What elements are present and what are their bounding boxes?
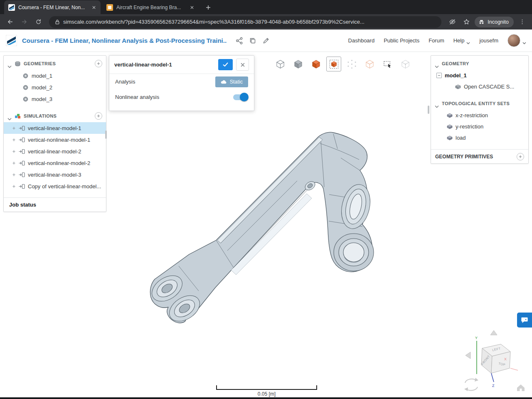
selection-box-cube-button[interactable] (326, 57, 341, 71)
x-axis-label: X (504, 357, 507, 361)
topo-set-item[interactable]: x-z-restriction (431, 110, 528, 121)
simulations-icon (15, 113, 21, 119)
username[interactable]: jousefm (479, 37, 498, 44)
view-cube-outline-button[interactable] (273, 57, 288, 71)
chevron-down-icon[interactable] (435, 62, 439, 65)
add-simulation-button[interactable] (95, 112, 102, 120)
topological-sets-header[interactable]: TOPOLOGICAL ENTITY SETS (431, 97, 528, 110)
home-view-button[interactable] (517, 384, 525, 391)
window-edge (0, 397, 532, 399)
z-axis (491, 373, 494, 382)
wireframe-cube-button[interactable] (362, 57, 377, 71)
orbit-rotate-arrows[interactable] (464, 378, 478, 391)
box-select-button[interactable] (380, 57, 395, 71)
nav-forum[interactable]: Forum (429, 37, 444, 44)
edit-pencil-icon[interactable] (262, 37, 270, 44)
add-primitive-button[interactable] (517, 153, 524, 160)
entity-set-icon (447, 124, 453, 129)
tab-aircraft[interactable]: Aircraft Engine Bearing Bra... (102, 0, 199, 14)
simscale-logo (6, 35, 17, 46)
geometry-section-header[interactable]: GEOMETRY (431, 57, 528, 70)
scale-bar-label: 0.05 [m] (216, 391, 317, 397)
expand-plus-icon[interactable] (12, 126, 16, 130)
nav-dashboard[interactable]: Dashboard (348, 37, 375, 44)
analysis-type-button[interactable]: Static (215, 76, 248, 87)
nav-public-projects[interactable]: Public Projects (384, 37, 419, 44)
vertex-cube-button[interactable] (344, 57, 359, 71)
cloud-icon (221, 80, 227, 84)
close-tab-icon[interactable] (189, 4, 195, 11)
address-bar[interactable]: simscale.com/workbench/?pid=433590656263… (49, 16, 441, 28)
chevron-down-icon (522, 39, 526, 42)
expand-plus-icon[interactable] (12, 150, 16, 153)
simulation-item[interactable]: vertical-linear-model-3 (4, 169, 106, 180)
chevron-down-icon[interactable] (7, 115, 12, 118)
copy-icon[interactable] (249, 37, 256, 44)
simscale-favicon-icon (8, 4, 15, 11)
nav-help[interactable]: Help (453, 37, 470, 44)
geometry-item[interactable]: model_1 (4, 70, 106, 81)
new-tab-button[interactable] (203, 2, 214, 13)
simulation-item[interactable]: Copy of vertical-linear-model... (4, 180, 106, 192)
chevron-down-icon[interactable] (435, 102, 439, 105)
x-axis (510, 368, 518, 370)
collapse-minus-icon[interactable] (436, 73, 442, 78)
geometry-tree-root[interactable]: model_1 (431, 70, 528, 81)
close-tab-icon[interactable] (91, 4, 97, 11)
simulation-item[interactable]: vertical-nonlinear-model-1 (4, 134, 106, 145)
back-icon[interactable] (4, 16, 16, 28)
expand-plus-icon[interactable] (12, 161, 16, 165)
topo-set-item[interactable]: load (431, 132, 528, 143)
tab-coursera[interactable]: Coursera - FEM Linear, Non... (4, 0, 101, 14)
geometry-item[interactable]: model_2 (4, 81, 106, 93)
simulation-settings-dialog: vertical-linear-model-1 Analysis Static … (109, 55, 254, 111)
navigation-cube-widget[interactable]: Y LEFT FRONT TOP X Z (459, 326, 530, 397)
simulations-section-header[interactable]: SIMULATIONS (4, 110, 106, 122)
view-cube-solid-button[interactable] (291, 57, 305, 71)
section-title: TOPOLOGICAL ENTITY SETS (442, 101, 525, 106)
section-title: SIMULATIONS (24, 113, 92, 118)
simulation-item[interactable]: vertical-linear-model-1 (4, 122, 106, 134)
account-menu[interactable] (507, 34, 526, 47)
chat-button[interactable] (517, 313, 532, 328)
bookmark-star-icon[interactable] (461, 16, 472, 28)
entity-set-icon (447, 113, 453, 118)
expand-plus-icon[interactable] (12, 138, 16, 142)
part-icon (22, 96, 29, 102)
nonlinear-toggle[interactable] (233, 94, 247, 100)
simulation-icon (19, 184, 25, 189)
confirm-button[interactable] (218, 59, 233, 70)
avatar[interactable] (507, 34, 520, 47)
left-panel-resize-handle[interactable] (105, 131, 107, 139)
part-icon (22, 85, 29, 90)
close-dialog-button[interactable] (236, 59, 249, 71)
forward-icon[interactable] (18, 16, 30, 28)
bearing-bracket-model[interactable] (147, 132, 374, 326)
incognito-label: Incognito (488, 19, 509, 25)
job-status-section[interactable]: Job status (4, 197, 106, 212)
section-title: GEOMETRY (442, 61, 525, 66)
expand-plus-icon[interactable] (12, 173, 16, 177)
right-sidebar: GEOMETRY model_1 Open CASCADE S... TOPOL… (431, 55, 529, 164)
topo-set-item[interactable]: y-restriction (431, 121, 528, 132)
transform-cube-button[interactable] (398, 57, 413, 71)
simulation-item[interactable]: vertical-nonlinear-model-2 (4, 157, 106, 169)
reload-icon[interactable] (32, 16, 44, 28)
geometries-section-header[interactable]: GEOMETRIES (4, 57, 106, 70)
simulation-item[interactable]: vertical-linear-model-2 (4, 145, 106, 157)
share-icon[interactable] (236, 37, 243, 44)
geometry-item[interactable]: model_3 (4, 93, 106, 105)
rotate-left-arrow[interactable] (466, 352, 470, 359)
geometry-primitives-section[interactable]: GEOMETRY PRIMITIVES (431, 149, 528, 163)
expand-plus-icon[interactable] (12, 185, 16, 188)
doc-favicon-icon (106, 4, 113, 11)
geometry-tree-child[interactable]: Open CASCADE S... (431, 81, 528, 92)
eye-off-icon[interactable] (446, 16, 458, 28)
add-geometry-button[interactable] (95, 60, 102, 67)
geometry-cube-button[interactable] (308, 57, 323, 71)
right-panel-resize-handle[interactable] (428, 106, 429, 114)
rotate-up-arrow[interactable] (490, 330, 497, 335)
part-icon (22, 73, 29, 79)
chevron-down-icon[interactable] (7, 62, 12, 65)
browser-menu-icon[interactable] (516, 16, 528, 28)
